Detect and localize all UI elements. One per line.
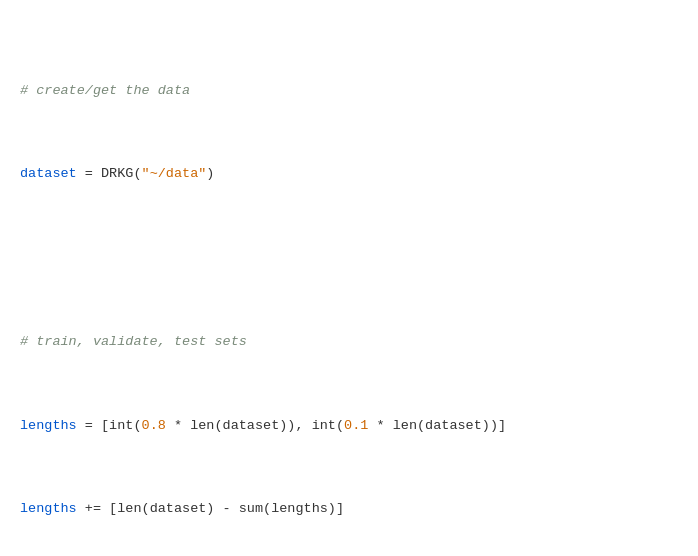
code-line-blank-1 <box>20 248 678 269</box>
code-line-2: dataset = DRKG("~/data") <box>20 164 678 185</box>
code-line-1: # create/get the data <box>20 81 678 102</box>
code-editor: # create/get the data dataset = DRKG("~/… <box>20 18 678 556</box>
code-line-4: # train, validate, test sets <box>20 332 678 353</box>
code-line-6: lengths += [len(dataset) - sum(lengths)] <box>20 499 678 520</box>
code-line-5: lengths = [int(0.8 * len(dataset)), int(… <box>20 416 678 437</box>
